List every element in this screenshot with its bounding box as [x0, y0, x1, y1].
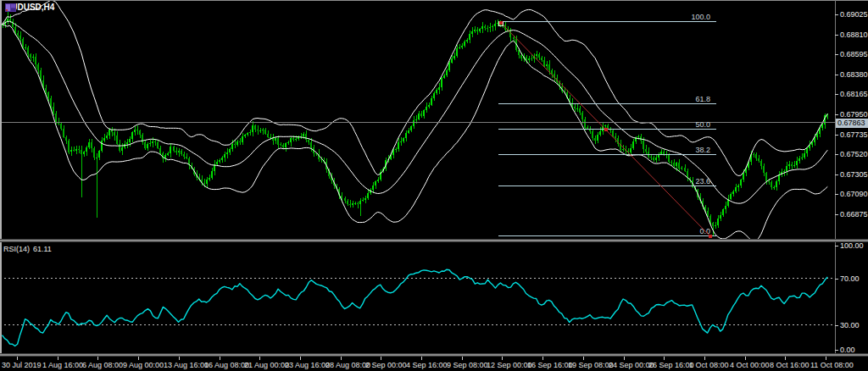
time-axis-label: 8 Oct 16:00 — [770, 361, 810, 369]
time-axis-tick — [259, 357, 260, 360]
price-axis-tick — [835, 154, 838, 155]
rsi-line — [3, 269, 828, 346]
rsi-axis-tick — [835, 279, 838, 280]
price-axis-label: 0.67950 — [840, 111, 868, 119]
fib-level-label: 38.2 — [695, 146, 710, 154]
time-axis-label: 4 Sep 16:00 — [406, 361, 448, 369]
time-axis-tick — [704, 357, 705, 360]
price-axis-label: 0.69025 — [840, 11, 868, 19]
time-axis-tick — [300, 357, 301, 360]
rsi-axis-tick — [835, 325, 838, 326]
price-chart[interactable]: 100.061.850.038.223.60.0 — [0, 0, 836, 239]
price-axis-label: 0.68810 — [840, 31, 868, 39]
time-axis-label: 16 Sep 16:00 — [527, 361, 573, 369]
time-axis-tick — [502, 357, 503, 360]
rsi-indicator-value: 61.11 — [33, 245, 52, 253]
time-axis-tick — [462, 357, 463, 360]
price-axis-tick — [835, 75, 838, 75]
time-axis-tick — [381, 357, 381, 360]
time-axis-label: 24 Sep 00:00 — [609, 361, 654, 369]
price-axis-label: 0.67090 — [840, 191, 868, 198]
trendline-handle[interactable] — [709, 235, 712, 238]
price-scale[interactable]: 0.690250.688100.685950.683800.681650.679… — [835, 0, 868, 357]
price-axis-label: 0.67520 — [840, 151, 868, 158]
price-axis-tick — [835, 174, 838, 175]
time-axis-label: 2 Sep 00:00 — [365, 361, 407, 369]
trend-line[interactable] — [498, 21, 712, 238]
time-axis-tick — [583, 357, 584, 360]
time-axis-label: 6 Aug 08:00 — [82, 361, 123, 369]
price-axis-tick — [835, 54, 838, 55]
time-axis-label: 30 Jul 2019 — [2, 361, 42, 369]
price-axis-label: 0.66875 — [840, 211, 868, 219]
rsi-axis-label: 70.00 — [840, 275, 860, 283]
time-axis-label: 26 Sep 16:00 — [648, 361, 694, 369]
bollinger-lower-band[interactable] — [3, 25, 828, 239]
time-axis-tick — [220, 357, 220, 360]
time-axis-label: 19 Sep 08:00 — [568, 361, 614, 369]
rsi-axis-label: 30.00 — [840, 322, 860, 329]
price-axis-tick — [835, 194, 838, 195]
time-axis-label: 28 Aug 08:00 — [326, 361, 370, 369]
fib-level-label: 61.8 — [695, 95, 710, 103]
time-axis-label: 23 Aug 16:00 — [285, 361, 330, 369]
time-axis-tick — [341, 357, 342, 360]
time-axis-label: 1 Aug 16:00 — [42, 361, 83, 369]
price-axis-tick — [835, 135, 838, 136]
price-axis-tick — [835, 14, 838, 15]
time-axis-tick — [826, 357, 826, 360]
time-axis-tick — [421, 357, 422, 360]
time-axis[interactable]: 30 Jul 20191 Aug 16:006 Aug 08:009 Aug 0… — [0, 357, 868, 371]
window-left-border — [0, 0, 2, 371]
current-price-tag: 0.67863 — [836, 119, 868, 128]
time-axis-label: 16 Aug 08:00 — [204, 361, 249, 369]
rsi-indicator-caption: RSI(14) 61.11 — [3, 245, 52, 253]
time-axis-label: 12 Sep 00:00 — [487, 361, 532, 369]
rsi-axis-label: 100.00 — [840, 242, 864, 250]
time-axis-tick — [179, 357, 180, 360]
window-top-border — [0, 0, 868, 1]
fib-level-label: 100.0 — [691, 13, 710, 21]
time-axis-label: 9 Aug 00:00 — [123, 361, 164, 369]
price-axis-label: 0.67305 — [840, 171, 868, 179]
price-axis-label: 0.68595 — [840, 51, 868, 58]
time-axis-tick — [17, 357, 18, 360]
rsi-axis-tick — [835, 350, 838, 351]
price-axis-tick — [835, 35, 838, 36]
time-axis-tick — [664, 357, 665, 360]
time-axis-tick — [785, 357, 786, 360]
time-axis-tick — [745, 357, 746, 360]
time-axis-label: 11 Oct 08:00 — [810, 361, 854, 369]
price-axis-tick — [835, 94, 838, 95]
chart-template-icon — [5, 3, 16, 12]
time-axis-tick — [542, 357, 543, 360]
trendline-handle[interactable] — [499, 21, 503, 25]
time-axis-label: 13 Aug 16:00 — [164, 361, 209, 369]
price-axis-label: 0.68380 — [840, 71, 868, 79]
price-axis-tick — [835, 214, 838, 215]
chart-title-row: AUDUSD,H4 — [5, 3, 54, 12]
chart-window: 100.061.850.038.223.60.0 AUDUSD,H4 0.690… — [0, 0, 868, 371]
time-axis-tick — [624, 357, 625, 360]
time-axis-tick — [58, 357, 58, 360]
time-axis-tick — [97, 357, 98, 360]
time-axis-tick — [138, 357, 139, 360]
time-axis-label: 4 Oct 00:00 — [730, 361, 770, 369]
time-axis-label: 1 Oct 08:00 — [689, 361, 729, 369]
time-axis-label: 9 Sep 08:00 — [447, 361, 488, 369]
price-rsi-separator[interactable] — [0, 239, 868, 242]
price-axis-label: 0.68165 — [840, 91, 868, 98]
fib-level-label: 23.6 — [695, 177, 710, 186]
fib-level-label: 50.0 — [695, 120, 710, 129]
rsi-indicator-name: RSI(14) — [3, 245, 30, 253]
rsi-axis-tick — [835, 246, 838, 246]
price-axis-label: 0.67735 — [840, 131, 868, 139]
rsi-chart[interactable] — [0, 242, 836, 355]
trendline-handle[interactable] — [604, 128, 608, 131]
time-axis-label: 21 Aug 00:00 — [244, 361, 289, 369]
fibonacci-retracement[interactable]: 100.061.850.038.223.60.0 — [498, 13, 716, 236]
price-axis-tick — [835, 114, 838, 115]
